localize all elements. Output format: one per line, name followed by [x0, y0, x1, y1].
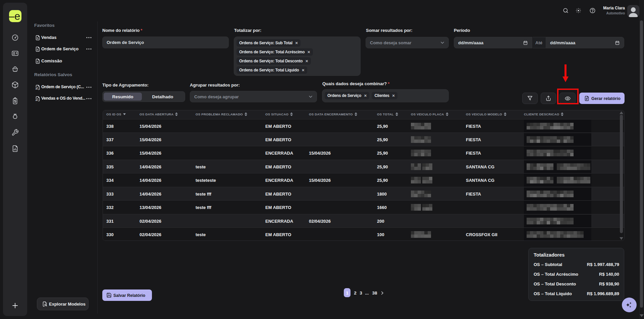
svg-text:e: e	[14, 10, 20, 22]
